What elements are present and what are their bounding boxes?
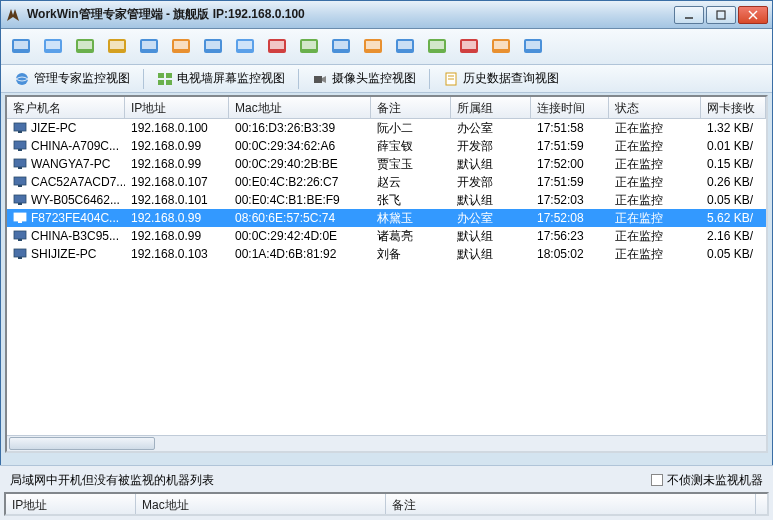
col-mac[interactable]: Mac地址 (229, 97, 371, 118)
cell-status: 正在监控 (609, 209, 701, 228)
cell-time: 18:05:02 (531, 246, 609, 262)
minimize-button[interactable] (674, 6, 704, 24)
bcol-note[interactable]: 备注 (386, 494, 756, 514)
help-icon[interactable] (519, 33, 547, 61)
col-note[interactable]: 备注 (371, 97, 451, 118)
col-status[interactable]: 状态 (609, 97, 701, 118)
view-expert-monitor[interactable]: 管理专家监控视图 (7, 68, 137, 90)
svg-rect-1 (717, 11, 725, 19)
svg-rect-51 (14, 159, 26, 167)
monitor-icon (13, 248, 27, 260)
globe-icon[interactable] (327, 33, 355, 61)
user-icon[interactable] (487, 33, 515, 61)
cell-ip: 192.168.0.99 (125, 210, 229, 226)
cell-note: 薛宝钗 (371, 137, 451, 156)
home-icon[interactable] (7, 33, 35, 61)
clock-icon[interactable] (391, 33, 419, 61)
no-detect-checkbox[interactable]: 不侦测未监视机器 (651, 472, 763, 489)
capture-icon[interactable] (455, 33, 483, 61)
checkbox-label: 不侦测未监视机器 (667, 472, 763, 489)
screens-icon[interactable] (71, 33, 99, 61)
svg-rect-42 (166, 80, 172, 85)
cell-net: 0.05 KB/ (701, 192, 766, 208)
table-row[interactable]: F8723FE404C... 192.168.0.99 08:60:6E:57:… (7, 209, 766, 227)
cell-mac: 00:E0:4C:B2:26:C7 (229, 174, 371, 190)
cell-net: 0.01 KB/ (701, 138, 766, 154)
share-icon[interactable] (103, 33, 131, 61)
svg-rect-48 (18, 131, 22, 133)
folder-icon[interactable] (167, 33, 195, 61)
svg-rect-25 (334, 41, 348, 49)
chat-icon[interactable] (295, 33, 323, 61)
cell-note: 赵云 (371, 173, 451, 192)
svg-rect-43 (314, 76, 322, 83)
svg-rect-23 (302, 41, 316, 49)
cell-status: 正在监控 (609, 191, 701, 210)
svg-rect-19 (238, 41, 252, 49)
cell-net: 1.32 KB/ (701, 120, 766, 136)
table-row[interactable]: CHINA-B3C95... 192.168.0.99 00:0C:29:42:… (7, 227, 766, 245)
bcol-ip[interactable]: IP地址 (6, 494, 136, 514)
svg-rect-11 (110, 41, 124, 49)
table-row[interactable]: WANGYA7-PC 192.168.0.99 00:0C:29:40:2B:B… (7, 155, 766, 173)
close-button[interactable] (738, 6, 768, 24)
window-buttons (674, 6, 768, 24)
cell-time: 17:56:23 (531, 228, 609, 244)
svg-point-38 (16, 73, 28, 85)
svg-rect-17 (206, 41, 220, 49)
col-client-name[interactable]: 客户机名 (7, 97, 125, 118)
svg-rect-21 (270, 41, 284, 49)
lock-icon[interactable] (263, 33, 291, 61)
view-label: 摄像头监控视图 (332, 70, 416, 87)
svg-rect-60 (18, 239, 22, 241)
table-row[interactable]: CAC52A7ACD7... 192.168.0.107 00:E0:4C:B2… (7, 173, 766, 191)
svg-rect-56 (18, 203, 22, 205)
cell-ip: 192.168.0.101 (125, 192, 229, 208)
cell-ip: 192.168.0.99 (125, 228, 229, 244)
cell-note: 阮小二 (371, 119, 451, 138)
svg-rect-58 (18, 221, 22, 223)
svg-rect-13 (142, 41, 156, 49)
bcol-mac[interactable]: Mac地址 (136, 494, 386, 514)
horizontal-scrollbar[interactable] (7, 435, 766, 451)
bottom-table-header: IP地址 Mac地址 备注 (6, 494, 767, 514)
cell-net: 0.05 KB/ (701, 246, 766, 262)
refresh-icon[interactable] (135, 33, 163, 61)
cell-ip: 192.168.0.107 (125, 174, 229, 190)
table-row[interactable]: JIZE-PC 192.168.0.100 00:16:D3:26:B3:39 … (7, 119, 766, 137)
view-tvwall-monitor[interactable]: 电视墙屏幕监控视图 (150, 68, 292, 90)
svg-rect-29 (398, 41, 412, 49)
send-icon[interactable] (231, 33, 259, 61)
cell-group: 办公室 (451, 209, 531, 228)
cell-name: JIZE-PC (31, 121, 76, 135)
scrollbar-thumb[interactable] (9, 437, 155, 450)
view-label: 电视墙屏幕监控视图 (177, 70, 285, 87)
table-row[interactable]: CHINA-A709C... 192.168.0.99 00:0C:29:34:… (7, 137, 766, 155)
pie-icon[interactable] (359, 33, 387, 61)
col-connect-time[interactable]: 连接时间 (531, 97, 609, 118)
col-net-recv[interactable]: 网卡接收 (701, 97, 766, 118)
cell-net: 2.16 KB/ (701, 228, 766, 244)
table-row[interactable]: WY-B05C6462... 192.168.0.101 00:E0:4C:B1… (7, 191, 766, 209)
cell-status: 正在监控 (609, 137, 701, 156)
view-camera-monitor[interactable]: 摄像头监控视图 (305, 68, 423, 90)
calendar-icon[interactable] (423, 33, 451, 61)
view-history-query[interactable]: 历史数据查询视图 (436, 68, 566, 90)
col-ip[interactable]: IP地址 (125, 97, 229, 118)
window-icon[interactable] (199, 33, 227, 61)
table-row[interactable]: SHIJIZE-PC 192.168.0.103 00:1A:4D:6B:81:… (7, 245, 766, 263)
col-group[interactable]: 所属组 (451, 97, 531, 118)
view-toolbar: 管理专家监控视图 电视墙屏幕监控视图 摄像头监控视图 历史数据查询视图 (1, 65, 772, 93)
cell-group: 办公室 (451, 119, 531, 138)
cell-mac: 00:0C:29:42:4D:0E (229, 228, 371, 244)
app-icon (5, 7, 21, 23)
cell-note: 贾宝玉 (371, 155, 451, 174)
cell-name: CHINA-A709C... (31, 139, 119, 153)
monitor-icon (13, 140, 27, 152)
cell-status: 正在监控 (609, 227, 701, 246)
table-header: 客户机名 IP地址 Mac地址 备注 所属组 连接时间 状态 网卡接收 (7, 97, 766, 119)
maximize-button[interactable] (706, 6, 736, 24)
cell-mac: 00:E0:4C:B1:BE:F9 (229, 192, 371, 208)
monitor-icon[interactable] (39, 33, 67, 61)
svg-rect-5 (14, 41, 28, 49)
